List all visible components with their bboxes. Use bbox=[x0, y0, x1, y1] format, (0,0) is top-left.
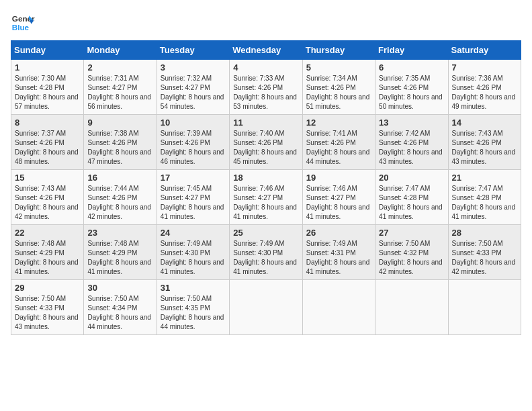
day-info: Sunrise: 7:49 AMSunset: 4:31 PMDaylight:… bbox=[306, 239, 371, 277]
day-number: 15 bbox=[15, 173, 80, 183]
day-number: 22 bbox=[15, 228, 80, 238]
col-sunday: Sunday bbox=[11, 41, 84, 60]
calendar-header-row: Sunday Monday Tuesday Wednesday Thursday… bbox=[11, 41, 521, 60]
calendar-cell: 21Sunrise: 7:47 AMSunset: 4:28 PMDayligh… bbox=[448, 170, 521, 225]
calendar-week-row: 8Sunrise: 7:37 AMSunset: 4:26 PMDaylight… bbox=[11, 115, 521, 170]
calendar-cell: 31Sunrise: 7:50 AMSunset: 4:35 PMDayligh… bbox=[157, 280, 229, 335]
calendar-cell: 23Sunrise: 7:48 AMSunset: 4:29 PMDayligh… bbox=[84, 225, 157, 280]
calendar-table: Sunday Monday Tuesday Wednesday Thursday… bbox=[11, 40, 521, 335]
logo: General Blue bbox=[11, 11, 35, 35]
day-info: Sunrise: 7:32 AMSunset: 4:27 PMDaylight:… bbox=[161, 74, 226, 111]
col-monday: Monday bbox=[84, 41, 157, 60]
day-info: Sunrise: 7:50 AMSunset: 4:34 PMDaylight:… bbox=[87, 294, 152, 332]
calendar-cell: 27Sunrise: 7:50 AMSunset: 4:32 PMDayligh… bbox=[375, 225, 448, 280]
day-number: 6 bbox=[379, 62, 444, 73]
day-info: Sunrise: 7:34 AMSunset: 4:26 PMDaylight:… bbox=[306, 74, 371, 111]
day-info: Sunrise: 7:48 AMSunset: 4:29 PMDaylight:… bbox=[87, 239, 152, 277]
calendar-cell: 30Sunrise: 7:50 AMSunset: 4:34 PMDayligh… bbox=[84, 280, 157, 335]
svg-text:Blue: Blue bbox=[12, 23, 30, 32]
day-info: Sunrise: 7:33 AMSunset: 4:26 PMDaylight:… bbox=[233, 74, 298, 111]
col-thursday: Thursday bbox=[302, 41, 375, 60]
day-number: 3 bbox=[161, 62, 226, 73]
calendar-cell: 18Sunrise: 7:46 AMSunset: 4:27 PMDayligh… bbox=[230, 170, 302, 225]
calendar-cell bbox=[448, 280, 521, 335]
day-info: Sunrise: 7:43 AMSunset: 4:26 PMDaylight:… bbox=[15, 184, 80, 222]
calendar-cell: 29Sunrise: 7:50 AMSunset: 4:33 PMDayligh… bbox=[11, 280, 84, 335]
day-number: 14 bbox=[452, 118, 517, 128]
day-number: 13 bbox=[379, 118, 444, 128]
day-info: Sunrise: 7:50 AMSunset: 4:32 PMDaylight:… bbox=[379, 239, 444, 277]
calendar-week-row: 1Sunrise: 7:30 AMSunset: 4:28 PMDaylight… bbox=[11, 60, 521, 115]
calendar-cell: 20Sunrise: 7:47 AMSunset: 4:28 PMDayligh… bbox=[375, 170, 448, 225]
day-number: 16 bbox=[87, 173, 152, 183]
day-number: 30 bbox=[87, 283, 152, 293]
day-info: Sunrise: 7:41 AMSunset: 4:26 PMDaylight:… bbox=[306, 129, 371, 167]
day-number: 27 bbox=[379, 228, 444, 238]
day-info: Sunrise: 7:46 AMSunset: 4:27 PMDaylight:… bbox=[233, 184, 298, 222]
calendar-cell: 11Sunrise: 7:40 AMSunset: 4:26 PMDayligh… bbox=[230, 115, 302, 170]
page-header: General Blue bbox=[11, 11, 521, 35]
day-number: 4 bbox=[233, 62, 298, 73]
calendar-cell: 25Sunrise: 7:49 AMSunset: 4:30 PMDayligh… bbox=[230, 225, 302, 280]
calendar-cell bbox=[302, 280, 375, 335]
calendar-cell bbox=[230, 280, 302, 335]
calendar-cell: 16Sunrise: 7:44 AMSunset: 4:26 PMDayligh… bbox=[84, 170, 157, 225]
calendar-cell: 28Sunrise: 7:50 AMSunset: 4:33 PMDayligh… bbox=[448, 225, 521, 280]
day-number: 26 bbox=[306, 228, 371, 238]
calendar-cell: 7Sunrise: 7:36 AMSunset: 4:26 PMDaylight… bbox=[448, 60, 521, 115]
day-number: 25 bbox=[233, 228, 298, 238]
calendar-week-row: 15Sunrise: 7:43 AMSunset: 4:26 PMDayligh… bbox=[11, 170, 521, 225]
col-friday: Friday bbox=[375, 41, 448, 60]
calendar-cell: 5Sunrise: 7:34 AMSunset: 4:26 PMDaylight… bbox=[302, 60, 375, 115]
calendar-cell: 13Sunrise: 7:42 AMSunset: 4:26 PMDayligh… bbox=[375, 115, 448, 170]
day-info: Sunrise: 7:48 AMSunset: 4:29 PMDaylight:… bbox=[15, 239, 80, 277]
day-info: Sunrise: 7:50 AMSunset: 4:33 PMDaylight:… bbox=[452, 239, 517, 277]
day-info: Sunrise: 7:49 AMSunset: 4:30 PMDaylight:… bbox=[161, 239, 226, 277]
day-number: 17 bbox=[161, 173, 226, 183]
day-info: Sunrise: 7:47 AMSunset: 4:28 PMDaylight:… bbox=[452, 184, 517, 222]
day-number: 21 bbox=[452, 173, 517, 183]
calendar-cell: 17Sunrise: 7:45 AMSunset: 4:27 PMDayligh… bbox=[157, 170, 229, 225]
day-info: Sunrise: 7:45 AMSunset: 4:27 PMDaylight:… bbox=[161, 184, 226, 222]
col-tuesday: Tuesday bbox=[157, 41, 229, 60]
calendar-cell: 4Sunrise: 7:33 AMSunset: 4:26 PMDaylight… bbox=[230, 60, 302, 115]
calendar-body: 1Sunrise: 7:30 AMSunset: 4:28 PMDaylight… bbox=[11, 60, 521, 335]
day-number: 10 bbox=[161, 118, 226, 128]
day-info: Sunrise: 7:37 AMSunset: 4:26 PMDaylight:… bbox=[15, 129, 80, 167]
calendar-cell: 22Sunrise: 7:48 AMSunset: 4:29 PMDayligh… bbox=[11, 225, 84, 280]
day-info: Sunrise: 7:38 AMSunset: 4:26 PMDaylight:… bbox=[87, 129, 152, 167]
day-info: Sunrise: 7:35 AMSunset: 4:26 PMDaylight:… bbox=[379, 74, 444, 111]
calendar-cell: 1Sunrise: 7:30 AMSunset: 4:28 PMDaylight… bbox=[11, 60, 84, 115]
day-info: Sunrise: 7:40 AMSunset: 4:26 PMDaylight:… bbox=[233, 129, 298, 167]
day-number: 7 bbox=[452, 62, 517, 73]
day-info: Sunrise: 7:50 AMSunset: 4:33 PMDaylight:… bbox=[15, 294, 80, 332]
day-info: Sunrise: 7:36 AMSunset: 4:26 PMDaylight:… bbox=[452, 74, 517, 111]
day-number: 29 bbox=[15, 283, 80, 293]
day-number: 31 bbox=[161, 283, 226, 293]
day-number: 20 bbox=[379, 173, 444, 183]
calendar-cell: 10Sunrise: 7:39 AMSunset: 4:26 PMDayligh… bbox=[157, 115, 229, 170]
day-info: Sunrise: 7:42 AMSunset: 4:26 PMDaylight:… bbox=[379, 129, 444, 167]
calendar-cell: 14Sunrise: 7:43 AMSunset: 4:26 PMDayligh… bbox=[448, 115, 521, 170]
calendar-cell: 8Sunrise: 7:37 AMSunset: 4:26 PMDaylight… bbox=[11, 115, 84, 170]
logo-icon: General Blue bbox=[11, 11, 35, 35]
day-number: 23 bbox=[87, 228, 152, 238]
calendar-week-row: 22Sunrise: 7:48 AMSunset: 4:29 PMDayligh… bbox=[11, 225, 521, 280]
day-number: 8 bbox=[15, 118, 80, 128]
calendar-week-row: 29Sunrise: 7:50 AMSunset: 4:33 PMDayligh… bbox=[11, 280, 521, 335]
col-wednesday: Wednesday bbox=[230, 41, 302, 60]
day-info: Sunrise: 7:49 AMSunset: 4:30 PMDaylight:… bbox=[233, 239, 298, 277]
col-saturday: Saturday bbox=[448, 41, 521, 60]
day-number: 5 bbox=[306, 62, 371, 73]
calendar-cell: 24Sunrise: 7:49 AMSunset: 4:30 PMDayligh… bbox=[157, 225, 229, 280]
day-info: Sunrise: 7:50 AMSunset: 4:35 PMDaylight:… bbox=[161, 294, 226, 332]
calendar-cell: 9Sunrise: 7:38 AMSunset: 4:26 PMDaylight… bbox=[84, 115, 157, 170]
calendar-cell bbox=[375, 280, 448, 335]
day-number: 19 bbox=[306, 173, 371, 183]
day-info: Sunrise: 7:46 AMSunset: 4:27 PMDaylight:… bbox=[306, 184, 371, 222]
calendar-cell: 15Sunrise: 7:43 AMSunset: 4:26 PMDayligh… bbox=[11, 170, 84, 225]
calendar-cell: 6Sunrise: 7:35 AMSunset: 4:26 PMDaylight… bbox=[375, 60, 448, 115]
day-number: 28 bbox=[452, 228, 517, 238]
calendar-cell: 26Sunrise: 7:49 AMSunset: 4:31 PMDayligh… bbox=[302, 225, 375, 280]
day-info: Sunrise: 7:44 AMSunset: 4:26 PMDaylight:… bbox=[87, 184, 152, 222]
